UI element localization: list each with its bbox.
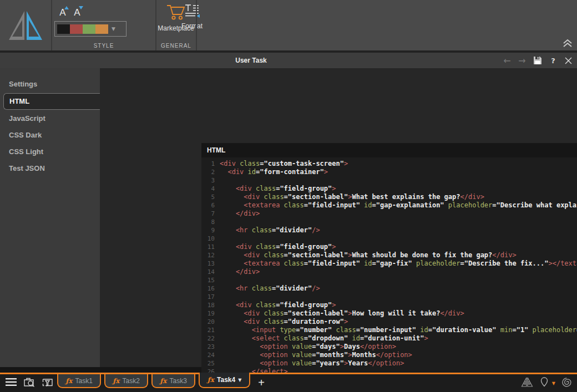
line-number: 21 [201, 326, 220, 334]
dialog-titlebar: User Task ← → ? [0, 53, 577, 68]
ribbon-group-style: A A ▼ [52, 0, 156, 50]
search-files-button[interactable] [23, 376, 36, 390]
code-line[interactable]: 22 <select class="dropdown" id="duration… [201, 334, 577, 343]
add-task-button[interactable]: + [254, 374, 269, 391]
code-line[interactable]: 12 <div class="section-label">What shoul… [201, 251, 577, 259]
line-number: 12 [201, 251, 220, 259]
line-number: 3 [201, 176, 220, 185]
code-line[interactable]: 6 <textarea class="field-input" id="gap-… [201, 201, 577, 210]
app-window: A A ▼ [0, 0, 577, 392]
save-button[interactable] [532, 53, 544, 68]
back-button[interactable]: ← [501, 53, 513, 68]
task-tab-label: Task3 [169, 377, 186, 385]
task-tabs: ƒxTask1ƒxTask2ƒxTask3ƒxTask4▼ [57, 373, 250, 388]
code-line[interactable]: 4 <div class="field-group"> [201, 185, 577, 193]
code-line[interactable]: 3 [201, 176, 577, 185]
task-tab-task1[interactable]: ƒxTask1 [57, 374, 101, 388]
sidebar-item-settings[interactable]: Settings [0, 76, 100, 93]
menu-button[interactable] [6, 378, 17, 389]
line-number: 14 [201, 268, 220, 276]
style-group-label: STYLE [52, 43, 155, 49]
help-button[interactable]: ? [547, 53, 559, 68]
line-number: 2 [201, 168, 220, 176]
task-tab-label: Task2 [122, 377, 139, 385]
collapse-ribbon-button[interactable] [561, 38, 574, 49]
color-palette-picker[interactable]: ▼ [54, 21, 126, 37]
code-line[interactable]: 13 <textarea class="field-input" id="gap… [201, 259, 577, 268]
marketplace-cart-icon [165, 3, 186, 21]
ribbon-group-general: Marketplace GENERAL [156, 0, 197, 50]
line-number: 8 [201, 218, 220, 226]
code-line[interactable]: 24 <option value="months">Months</option… [201, 351, 577, 359]
taskbar: ƒxTask1ƒxTask2ƒxTask3ƒxTask4▼ + ▼ [0, 373, 577, 392]
font-increase-button[interactable]: A [55, 6, 70, 20]
code-line[interactable]: 17 [201, 293, 577, 301]
code-line[interactable]: 25 <option value="years">Years</option> [201, 359, 577, 368]
line-number: 1 [201, 160, 220, 168]
code-line[interactable]: 14 </div> [201, 268, 577, 276]
line-number: 6 [201, 201, 220, 210]
forward-button[interactable]: → [516, 53, 528, 68]
code-line[interactable]: 10 [201, 235, 577, 243]
editor-header-label: HTML [207, 146, 225, 154]
code-line[interactable]: 1<div class="custom-task-screen"> [201, 160, 577, 168]
general-group-label: GENERAL [156, 43, 196, 49]
pin-button[interactable] [539, 376, 550, 390]
sidebar-item-css-light[interactable]: CSS Light [0, 144, 100, 160]
sidebar-item-css-dark[interactable]: CSS Dark [0, 127, 100, 144]
code-line[interactable]: 15 [201, 276, 577, 284]
app-logo-cell[interactable] [0, 0, 52, 50]
fx-icon: ƒx [207, 376, 214, 384]
dialog-sidebar: SettingsHTMLJavaScriptCSS DarkCSS LightT… [0, 68, 100, 367]
sidebar-item-html[interactable]: HTML [3, 93, 100, 110]
line-number: 24 [201, 351, 220, 359]
palette-swatch-black [57, 24, 70, 34]
line-number: 4 [201, 185, 220, 193]
taskbar-right-icons: ▼ [521, 374, 573, 392]
code-line[interactable]: 20 <div class="duration-row"> [201, 318, 577, 326]
line-number: 16 [201, 284, 220, 293]
line-number: 18 [201, 301, 220, 309]
task-tab-task3[interactable]: ƒxTask3 [151, 374, 195, 388]
code-line[interactable]: 19 <div class="section-label">How long w… [201, 309, 577, 318]
code-line[interactable]: 2 <div id="form-container"> [201, 168, 577, 176]
task-tab-task2[interactable]: ƒxTask2 [104, 374, 148, 388]
line-number: 7 [201, 210, 220, 218]
code-line[interactable]: 9 <hr class="divider"/> [201, 226, 577, 235]
sidebar-item-test-json[interactable]: Test JSON [0, 160, 100, 177]
fx-icon: ƒx [113, 377, 119, 385]
logo-view-button[interactable] [521, 376, 533, 390]
search-folder-icon [23, 376, 36, 388]
sidebar-item-javascript[interactable]: JavaScript [0, 110, 100, 127]
code-line[interactable]: 5 <div class="section-label">What best e… [201, 193, 577, 201]
code-editor-area[interactable]: 1<div class="custom-task-screen">2 <div … [201, 157, 577, 392]
line-number: 25 [201, 359, 220, 368]
line-number: 11 [201, 243, 220, 251]
editor-header: HTML [201, 143, 577, 157]
code-line[interactable]: 7 </div> [201, 210, 577, 218]
code-line[interactable]: 21 <input type="number" class="number-in… [201, 326, 577, 334]
pin-dropdown-icon[interactable]: ▼ [552, 381, 555, 386]
task-tab-task4[interactable]: ƒxTask4▼ [199, 373, 250, 388]
font-decrease-button[interactable]: A [70, 6, 84, 20]
line-number: 20 [201, 318, 220, 326]
code-line[interactable]: 16 <hr class="divider"/> [201, 284, 577, 293]
line-number: 22 [201, 334, 220, 343]
code-line[interactable]: 11 <div class="field-group"> [201, 243, 577, 251]
save-floppy-icon [533, 56, 542, 65]
fx-icon: ƒx [65, 377, 72, 385]
close-button[interactable] [561, 53, 575, 68]
palette-dropdown-icon[interactable]: ▼ [112, 26, 115, 32]
palette-swatch-orange [95, 24, 108, 34]
filter-frame-icon [42, 377, 55, 388]
marketplace-button[interactable]: Marketplace [158, 3, 194, 32]
ribbon: A A ▼ [0, 0, 577, 50]
code-line[interactable]: 8 [201, 218, 577, 226]
code-line[interactable]: 23 <option value="days">Days</option> [201, 343, 577, 351]
dialog-title: User Task [0, 53, 502, 68]
palette-swatch-green [83, 24, 95, 34]
filter-view-button[interactable] [42, 377, 55, 390]
code-line[interactable]: 18 <div class="field-group"> [201, 301, 577, 309]
spiral-button[interactable] [561, 376, 573, 390]
tab-dropdown-icon[interactable]: ▼ [238, 378, 241, 383]
